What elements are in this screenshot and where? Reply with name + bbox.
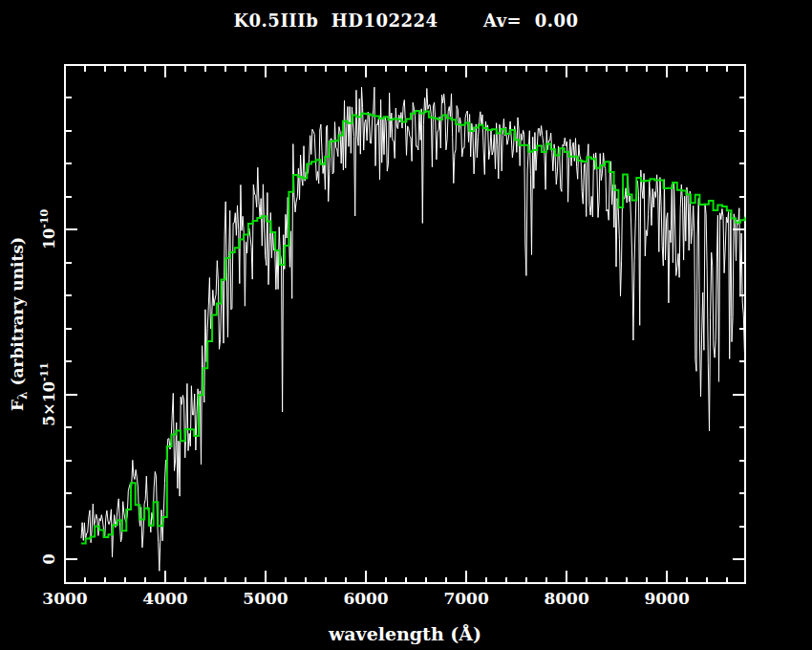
- smoothed-spectrum-path: [81, 111, 745, 544]
- x-tick-label: 3000: [42, 589, 87, 608]
- y-tick-label: 0: [40, 553, 58, 564]
- observed-spectrum-path: [81, 87, 744, 571]
- y-tick-label: 10-10: [38, 209, 58, 249]
- x-tick-label: 8000: [544, 589, 588, 608]
- x-tick-label: 5000: [243, 589, 288, 608]
- y-tick-label: 5×10-11: [38, 362, 58, 426]
- spectrum-plot: 300040005000600070008000900005×10-1110-1…: [0, 0, 812, 650]
- y-axis-label: Fλ (arbitrary units): [8, 237, 30, 411]
- x-tick-label: 9000: [644, 589, 689, 608]
- x-tick-label: 4000: [142, 589, 187, 608]
- spectrum-viewer: K0.5IIIb HD102224 Av= 0.00 3000400050006…: [0, 0, 812, 650]
- x-tick-label: 6000: [343, 589, 388, 608]
- x-axis-label: wavelength (Å): [328, 623, 481, 644]
- x-tick-label: 7000: [443, 589, 488, 608]
